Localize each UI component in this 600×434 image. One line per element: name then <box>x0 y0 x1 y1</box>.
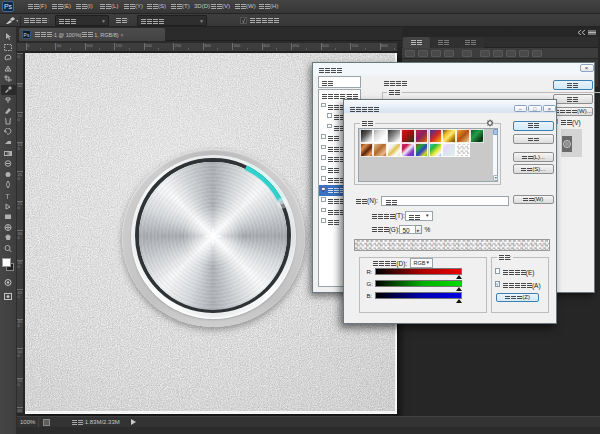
svg-text:T: T <box>6 193 11 200</box>
